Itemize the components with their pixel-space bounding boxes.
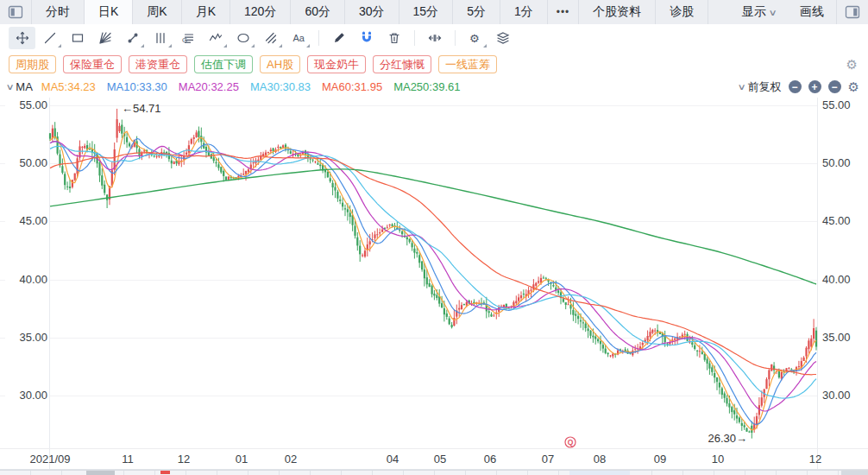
expand-right-panel-icon[interactable]	[836, 0, 868, 24]
text-tool-icon[interactable]: Aa	[285, 27, 311, 49]
ma-legend-MA10: MA10:33.30	[107, 80, 167, 93]
stock-tag-周期股[interactable]: 周期股	[9, 55, 56, 73]
ma-legend-MA20: MA20:32.25	[179, 80, 239, 93]
tab-月K[interactable]: 月K	[182, 0, 230, 24]
drawing-toolbar: GAa⚙	[0, 24, 868, 53]
period-tabs: 分时日K周K月K120分60分30分15分5分1分	[32, 0, 548, 24]
indicator-settings-gear-icon[interactable]: ⚙	[848, 80, 859, 93]
ma-legend-MA30: MA30:30.83	[250, 80, 311, 93]
settings-gear-icon[interactable]: ⚙	[462, 27, 488, 49]
stock-tag-保险重仓[interactable]: 保险重仓	[63, 55, 122, 73]
ma-legend-MA60: MA60:31.95	[322, 80, 382, 93]
stock-tag-估值下调[interactable]: 估值下调	[194, 55, 253, 73]
toolbar-separator	[414, 30, 415, 46]
ma-legend-MA250: MA250:39.61	[393, 80, 460, 93]
bar-spacing-tool-icon[interactable]	[421, 27, 448, 49]
layers-tool-icon[interactable]	[489, 27, 516, 49]
svg-text:Aa: Aa	[292, 33, 305, 43]
stock-chart-app: 分时日K周K月K120分60分30分15分5分1分 ••• 个股资料诊股 显示 …	[0, 0, 868, 475]
adjust-mode-label[interactable]: 前复权	[748, 79, 782, 95]
toolbar-separator	[318, 30, 319, 46]
draw-line-button[interactable]: 画线	[788, 0, 836, 24]
tab-周K[interactable]: 周K	[133, 0, 181, 24]
tab-分时[interactable]: 分时	[32, 0, 85, 24]
tag-settings-gear-icon[interactable]: ⚙	[846, 58, 858, 71]
rectangle-tool-icon[interactable]	[64, 27, 91, 49]
stock-tag-港资重仓[interactable]: 港资重仓	[129, 55, 187, 73]
ma-group-label[interactable]: MA	[16, 80, 33, 93]
event-marker-icon: Q	[565, 437, 576, 447]
topbar-spacer	[708, 0, 729, 24]
adjust-controls: ∨ 前复权 − + − ⚙	[739, 79, 859, 95]
tab-15分[interactable]: 15分	[399, 0, 454, 24]
zoom-out-icon[interactable]: −	[789, 80, 802, 93]
gann-grid-tool-icon[interactable]: G	[174, 27, 201, 49]
period-tab-bar: 分时日K周K月K120分60分30分15分5分1分 ••• 个股资料诊股 显示 …	[0, 0, 868, 25]
display-dropdown[interactable]: 显示 ∨	[730, 0, 788, 24]
collapse-left-panel-icon[interactable]	[0, 0, 32, 24]
svg-text:⚙: ⚙	[469, 32, 480, 45]
chevron-down-icon: ∨	[768, 8, 777, 17]
extra-tabs: 个股资料诊股	[579, 0, 708, 24]
trash-tool-icon[interactable]	[381, 27, 407, 49]
tab-120分[interactable]: 120分	[230, 0, 291, 24]
draw-line-label: 画线	[800, 4, 824, 20]
stock-tag-AH股[interactable]: AH股	[260, 55, 300, 73]
stock-tag-分红慷慨[interactable]: 分红慷慨	[373, 55, 431, 73]
chevron-down-icon[interactable]: ∨	[738, 82, 746, 92]
zoom-in-icon[interactable]: +	[808, 80, 821, 93]
indicator-legend-bar: ∨ MA MA5:34.23MA10:33.30MA20:32.25MA30:3…	[0, 76, 868, 98]
tab-5分[interactable]: 5分	[453, 0, 500, 24]
pencil-tool-icon[interactable]	[325, 27, 352, 49]
stock-tag-bar: 周期股保险重仓港资重仓估值下调AH股现金奶牛分红慷慨一线蓝筹⚙	[0, 52, 868, 77]
tab-1分[interactable]: 1分	[500, 0, 548, 24]
more-periods-button[interactable]: •••	[548, 0, 580, 24]
ma-values: MA5:34.23MA10:33.30MA20:32.25MA30:30.83M…	[41, 80, 472, 93]
stock-tag-现金奶牛[interactable]: 现金奶牛	[307, 55, 366, 73]
tab-个股资料[interactable]: 个股资料	[579, 0, 656, 24]
tab-60分[interactable]: 60分	[291, 0, 345, 24]
chevron-down-icon[interactable]: ∨	[6, 82, 15, 92]
display-label: 显示	[742, 4, 766, 20]
price-annotation: 26.30→	[708, 432, 747, 445]
parallel-lines-tool-icon[interactable]	[257, 27, 284, 49]
move-crosshair-tool-icon[interactable]	[9, 27, 35, 49]
stock-tag-一线蓝筹[interactable]: 一线蓝筹	[438, 55, 497, 73]
price-annotation: ←54.71	[122, 102, 161, 115]
toolbar-separator	[455, 30, 456, 46]
segment-tool-icon[interactable]	[119, 27, 146, 49]
magnet-tool-icon[interactable]	[353, 27, 380, 49]
candlestick-chart[interactable]: 55.0055.0050.0050.0045.0045.0040.0040.00…	[0, 98, 868, 475]
tab-日K[interactable]: 日K	[85, 0, 133, 24]
ellipse-tool-icon[interactable]	[230, 27, 256, 49]
tab-诊股[interactable]: 诊股	[656, 0, 708, 24]
trend-line-tool-icon[interactable]	[36, 27, 63, 49]
gann-fan-tool-icon[interactable]	[91, 27, 118, 49]
svg-text:G: G	[182, 36, 187, 44]
wave-tool-icon[interactable]	[202, 27, 229, 49]
svg-text:Q: Q	[568, 438, 574, 446]
ma-legend-MA5: MA5:34.23	[41, 80, 96, 93]
zoom-reset-icon[interactable]: −	[828, 80, 841, 93]
vertical-lines-tool-icon[interactable]	[147, 27, 173, 49]
chart-canvas[interactable]: ←54.7126.30→Q	[0, 98, 868, 475]
tab-30分[interactable]: 30分	[345, 0, 399, 24]
